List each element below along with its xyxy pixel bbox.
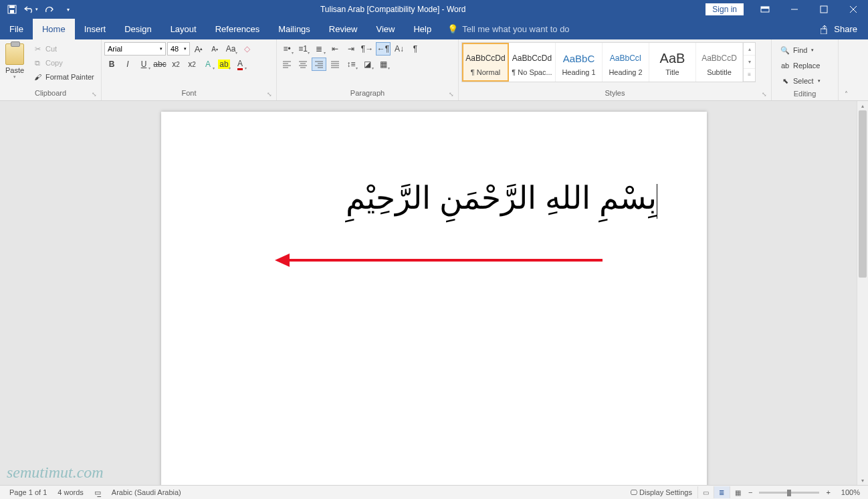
- tell-me-search[interactable]: 💡: [441, 19, 643, 39]
- maximize-button[interactable]: [809, 0, 839, 19]
- clear-formatting-button[interactable]: ◇: [239, 42, 254, 56]
- style-no-spacing[interactable]: AaBbCcDd¶ No Spac...: [509, 43, 556, 82]
- font-color-button[interactable]: A▾: [233, 58, 247, 71]
- shrink-font-button[interactable]: A▾: [207, 42, 222, 56]
- display-settings-button[interactable]: 🖵 Display Settings: [625, 488, 697, 496]
- tab-home[interactable]: Home: [33, 19, 75, 39]
- qat-customize[interactable]: ▾: [60, 1, 76, 17]
- zoom-out-button[interactable]: −: [746, 488, 755, 496]
- subscript-button[interactable]: x2: [169, 58, 183, 71]
- font-size-combo[interactable]: 48▾: [167, 42, 190, 56]
- font-name-combo[interactable]: Arial▾: [104, 42, 166, 56]
- tab-design[interactable]: Design: [115, 19, 160, 39]
- tab-mailings[interactable]: Mailings: [269, 19, 320, 39]
- status-spellcheck[interactable]: ▭̲: [89, 488, 106, 497]
- status-page[interactable]: Page 1 of 1: [4, 488, 52, 496]
- tab-help[interactable]: Help: [404, 19, 441, 39]
- lightbulb-icon: 💡: [447, 24, 458, 34]
- paste-button[interactable]: Paste ▾: [3, 42, 27, 86]
- style-subtitle[interactable]: AaBbCcDSubtitle: [696, 43, 743, 82]
- text-effects-button[interactable]: A▾: [201, 58, 215, 71]
- clipboard-launcher[interactable]: ⤡: [92, 90, 97, 99]
- status-words[interactable]: 4 words: [52, 488, 89, 496]
- group-editing: 🔍Find▾ abReplace ⬉Select▾ Editing: [772, 39, 839, 100]
- cut-button[interactable]: ✂Cut: [29, 42, 97, 56]
- style-title[interactable]: AaBTitle: [649, 43, 696, 82]
- highlight-button[interactable]: ab▾: [217, 58, 231, 71]
- copy-button[interactable]: ⧉Copy: [29, 56, 97, 70]
- shading-button[interactable]: ◪▾: [360, 58, 374, 71]
- tab-file[interactable]: File: [0, 19, 33, 39]
- line-spacing-button[interactable]: ↕≡▾: [344, 58, 358, 71]
- zoom-thumb[interactable]: [787, 490, 791, 496]
- vertical-scrollbar[interactable]: ▴ ▾: [857, 101, 868, 485]
- underline-button[interactable]: U▾: [136, 58, 151, 71]
- increase-indent-button[interactable]: ⇥: [344, 42, 358, 56]
- view-web-layout[interactable]: ▦: [730, 486, 746, 498]
- minimize-button[interactable]: [780, 0, 809, 19]
- status-language[interactable]: Arabic (Saudi Arabia): [106, 488, 187, 496]
- numbering-button[interactable]: ≡1▾: [296, 42, 310, 56]
- align-center-button[interactable]: [296, 58, 310, 71]
- align-left-button[interactable]: [280, 58, 294, 71]
- zoom-slider[interactable]: [759, 492, 819, 494]
- tab-view[interactable]: View: [366, 19, 404, 39]
- share-button[interactable]: Share: [810, 19, 868, 39]
- document-text[interactable]: بِسْمِ اللهِ الرَّحْمَنِ الرَّحِيْمِ: [209, 176, 659, 221]
- ltr-button[interactable]: ¶→: [360, 42, 374, 56]
- scroll-up-button[interactable]: ▴: [857, 101, 868, 110]
- bullets-button[interactable]: ≡•▾: [280, 42, 294, 56]
- replace-button[interactable]: abReplace: [777, 59, 823, 72]
- scroll-thumb[interactable]: [859, 110, 867, 278]
- styles-launcher[interactable]: ⤡: [762, 90, 767, 99]
- style-heading-1[interactable]: AaBbCHeading 1: [556, 43, 603, 82]
- styles-scroll-down[interactable]: ▾: [744, 56, 755, 68]
- paragraph-launcher[interactable]: ⤡: [449, 90, 454, 99]
- borders-button[interactable]: ▦▾: [376, 58, 391, 71]
- styles-expand[interactable]: ≡: [744, 69, 755, 82]
- sort-button[interactable]: A↓: [392, 42, 407, 56]
- superscript-button[interactable]: x2: [185, 58, 199, 71]
- align-right-button[interactable]: [312, 58, 326, 71]
- view-print-layout[interactable]: ≣: [714, 486, 730, 498]
- show-marks-button[interactable]: ¶: [408, 42, 423, 56]
- document-page[interactable]: بِسْمِ اللهِ الرَّحْمَنِ الرَّحِيْمِ: [161, 112, 707, 485]
- rtl-button[interactable]: ←¶: [376, 42, 391, 56]
- undo-button[interactable]: ▾: [23, 1, 39, 17]
- tell-me-input[interactable]: [462, 24, 636, 34]
- font-launcher[interactable]: ⤡: [267, 90, 272, 99]
- paint-bucket-icon: ◪: [364, 60, 371, 69]
- close-button[interactable]: [839, 0, 868, 19]
- styles-scroll-up[interactable]: ▴: [744, 43, 755, 56]
- change-case-button[interactable]: Aa▾: [223, 42, 238, 56]
- style-normal[interactable]: AaBbCcDd¶ Normal: [462, 43, 509, 82]
- sign-in-button[interactable]: Sign in: [706, 3, 744, 15]
- italic-button[interactable]: I: [120, 58, 135, 71]
- tab-references[interactable]: References: [206, 19, 269, 39]
- ribbon-display-options[interactable]: [750, 0, 780, 19]
- justify-button[interactable]: [328, 58, 342, 71]
- find-button[interactable]: 🔍Find▾: [777, 43, 823, 57]
- styles-gallery: AaBbCcDd¶ Normal AaBbCcDd¶ No Spac... Aa…: [461, 42, 756, 82]
- strikethrough-button[interactable]: abc: [152, 58, 167, 71]
- save-button[interactable]: [4, 1, 20, 17]
- format-painter-button[interactable]: 🖌Format Painter: [29, 70, 97, 84]
- tab-review[interactable]: Review: [320, 19, 367, 39]
- collapse-ribbon-button[interactable]: ˄: [839, 39, 853, 100]
- svg-rect-6: [821, 6, 827, 13]
- multilevel-list-button[interactable]: ≣▾: [312, 42, 326, 56]
- view-read-mode[interactable]: ▭: [697, 486, 714, 498]
- grow-font-button[interactable]: A▴: [191, 42, 206, 56]
- tab-layout[interactable]: Layout: [161, 19, 206, 39]
- zoom-in-button[interactable]: +: [823, 488, 833, 496]
- decrease-indent-button[interactable]: ⇤: [328, 42, 342, 56]
- annotation-arrow: [275, 256, 603, 264]
- bold-button[interactable]: B: [104, 58, 119, 71]
- tab-insert[interactable]: Insert: [75, 19, 116, 39]
- style-heading-2[interactable]: AaBbCcIHeading 2: [603, 43, 649, 82]
- zoom-level[interactable]: 100%: [837, 488, 864, 496]
- select-button[interactable]: ⬉Select▾: [777, 74, 823, 88]
- scroll-down-button[interactable]: ▾: [857, 476, 868, 485]
- redo-button[interactable]: [41, 1, 58, 17]
- brush-icon: 🖌: [32, 72, 43, 82]
